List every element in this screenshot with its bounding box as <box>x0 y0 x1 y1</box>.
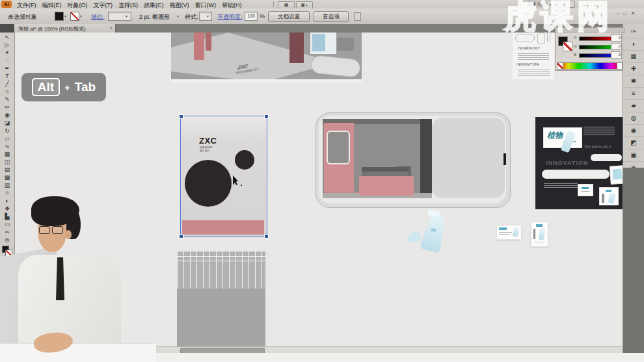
tech-heading: TECHNOLOGY <box>518 47 540 50</box>
package-mockup[interactable] <box>531 222 548 247</box>
close-tab-icon[interactable]: × <box>109 25 113 31</box>
slider-track[interactable] <box>579 45 611 49</box>
perspective-grid-tool[interactable]: ▤ <box>0 166 14 174</box>
graphic-styles-panel-icon[interactable]: ◩ <box>623 137 644 149</box>
selection-handle[interactable] <box>264 234 269 239</box>
brand-calligraphy: 植物 <box>547 130 563 141</box>
ellipse-tool[interactable]: ○ <box>0 88 14 96</box>
pink-wall <box>194 32 204 60</box>
paintbrush-tool[interactable]: ✎ <box>0 96 14 103</box>
small-circle <box>235 150 254 170</box>
direct-selection-tool[interactable]: ▷ <box>0 41 14 49</box>
paragraph-lines <box>518 53 549 60</box>
tube-cap <box>427 209 441 218</box>
panel-options-icon[interactable] <box>354 12 361 21</box>
blob-brush-tool[interactable]: ◉ <box>0 111 14 119</box>
eyedropper-tool[interactable]: ✧ <box>0 189 14 197</box>
pen-tool[interactable]: ✒ <box>0 64 14 72</box>
selection-tool[interactable]: ↖ <box>0 33 14 41</box>
free-transform-tool[interactable]: ▦ <box>0 150 14 158</box>
opacity-input[interactable]: 100 <box>245 12 258 21</box>
business-card-mockup[interactable] <box>496 225 522 240</box>
transparency-panel-icon[interactable]: ◍ <box>623 112 644 125</box>
card-line <box>499 232 512 233</box>
stroke-panel-icon[interactable]: ≡ <box>623 88 644 100</box>
type-tool[interactable]: T <box>0 72 14 80</box>
shape-builder-tool[interactable]: ◫ <box>0 158 14 166</box>
gradient-panel-icon[interactable]: ▰ <box>623 100 644 112</box>
booth-interior-image[interactable] <box>315 112 511 208</box>
symbol-sprayer-tool[interactable]: ❖ <box>0 205 14 213</box>
brush-definition[interactable]: 2 pt. 椭圆形 <box>139 13 170 21</box>
scale-tool[interactable]: ▱ <box>0 135 14 142</box>
grey-bar <box>533 229 535 239</box>
booth-3d-top-image[interactable]: ZXC 经典拉结构展台设计 <box>171 32 362 83</box>
chevron-down-icon[interactable]: ▼ <box>64 14 67 18</box>
wireframe-structure[interactable] <box>177 251 267 346</box>
stroke-swatch[interactable] <box>5 250 12 257</box>
zxc-artboard[interactable]: ZXC 经典拉结构 展台设计 <box>180 116 267 237</box>
blue-logo-mark <box>536 224 543 227</box>
arrange-icon: ▣ <box>301 3 305 7</box>
mesh-tool[interactable]: ▩ <box>0 174 14 181</box>
none-swatch[interactable] <box>557 63 563 69</box>
stroke-color-swatch[interactable] <box>70 12 79 21</box>
eraser-tool[interactable]: ◪ <box>0 119 14 127</box>
slider-track[interactable] <box>579 53 611 58</box>
blend-tool[interactable]: ◐ <box>0 197 14 205</box>
dark-poster-artboard[interactable]: 植物 TECHNOLOGY. INNOVATION <box>535 117 624 209</box>
fill-stroke-swatches[interactable] <box>2 246 12 256</box>
layers-panel-icon[interactable]: ▣ <box>623 149 644 162</box>
color-guide-icon[interactable]: ◗ <box>623 38 644 51</box>
alt-key: Alt <box>32 78 60 96</box>
chevron-down-icon[interactable]: ▼ <box>206 14 209 18</box>
pencil-tool[interactable]: ✏ <box>0 103 14 111</box>
line-tool[interactable]: ╱ <box>0 80 14 88</box>
selection-handle[interactable] <box>179 114 183 119</box>
shirt-collar <box>56 257 64 300</box>
slice-tool[interactable]: ✂ <box>0 228 14 236</box>
tech-pill <box>591 154 622 161</box>
logo-card <box>578 184 593 196</box>
magic-wand-tool[interactable]: ✶ <box>0 49 14 57</box>
selection-handle[interactable] <box>179 234 183 239</box>
zxc-tagline-2: 展台设计 <box>200 149 209 153</box>
green-slider: G 0 <box>574 42 622 51</box>
chevron-down-icon[interactable]: ▼ <box>176 14 180 18</box>
fill-color-swatch[interactable] <box>55 12 64 21</box>
channel-value[interactable]: 0 <box>611 51 622 58</box>
presenter-hair-side <box>66 208 81 239</box>
style-dropdown[interactable] <box>199 12 212 21</box>
pink-counter-base <box>359 176 414 196</box>
color-spectrum-bar[interactable] <box>557 62 623 70</box>
white-swatch[interactable] <box>617 63 622 69</box>
tube-mockup[interactable] <box>420 213 449 253</box>
lasso-tool[interactable]: ◌ <box>0 57 14 64</box>
info-artboard[interactable]: TECHNOLOGY INNOVATION <box>513 32 554 79</box>
horizontal-rails <box>177 251 267 261</box>
small-tube-mockup[interactable] <box>406 229 423 246</box>
blue-logo-mark <box>499 227 507 230</box>
graph-tool[interactable]: ▙ <box>0 213 14 220</box>
stroke-weight-label[interactable]: 描边: <box>91 13 105 21</box>
preferences-button[interactable]: 首选项 <box>314 11 349 22</box>
chevron-down-icon[interactable]: ▼ <box>125 14 128 18</box>
swatches-panel-icon[interactable]: ▦ <box>623 51 644 63</box>
brushes-panel-icon[interactable]: ✚ <box>623 63 644 75</box>
package-card <box>599 187 619 205</box>
selection-handle[interactable] <box>264 114 269 119</box>
chevron-down-icon: ▼ <box>305 3 308 7</box>
rotate-tool[interactable]: ↻ <box>0 127 14 135</box>
document-setup-button[interactable]: 文档设置 <box>268 11 310 22</box>
width-tool[interactable]: ∿ <box>0 142 14 150</box>
opacity-label[interactable]: 不透明度: <box>217 13 243 21</box>
artboard-tool[interactable]: ▭ <box>0 220 14 228</box>
chevron-down-icon[interactable]: ▼ <box>79 14 83 18</box>
zoom-tool[interactable]: ◎ <box>0 236 14 244</box>
document-tab[interactable]: 海报.ai* @ 150% (RGB/预览) × <box>14 24 116 32</box>
appearance-panel-icon[interactable]: ◉ <box>623 125 644 137</box>
stroke-proxy-swatch[interactable] <box>563 42 572 51</box>
symbols-panel-icon[interactable]: ✱ <box>623 75 644 88</box>
gradient-tool[interactable]: ▥ <box>0 181 14 189</box>
channel-value[interactable]: 0 <box>611 43 622 50</box>
